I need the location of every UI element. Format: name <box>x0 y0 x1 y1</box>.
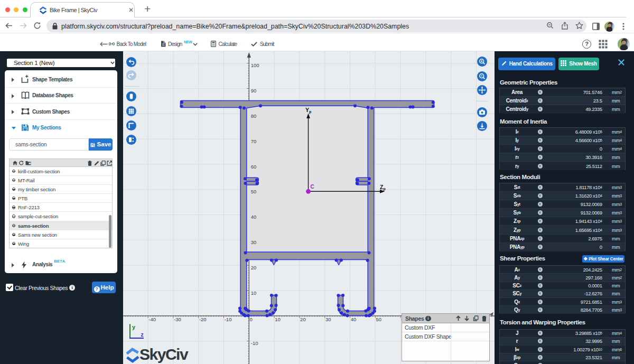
svg-text:z: z <box>141 332 144 338</box>
svg-text:90: 90 <box>251 88 257 94</box>
svg-text:Zp: Zp <box>380 184 386 191</box>
svg-text:-10: -10 <box>251 340 258 346</box>
svg-text:50: 50 <box>251 189 257 194</box>
svg-text:70: 70 <box>251 138 257 144</box>
svg-text:-20: -20 <box>199 316 207 322</box>
svg-text:60: 60 <box>251 164 257 170</box>
svg-text:SkyCiv: SkyCiv <box>139 346 189 363</box>
svg-text:-10: -10 <box>225 316 232 322</box>
svg-text:0: 0 <box>250 316 253 322</box>
svg-text:50: 50 <box>376 316 382 322</box>
svg-text:C: C <box>311 184 314 190</box>
svg-text:20: 20 <box>300 316 306 322</box>
svg-text:40: 40 <box>251 214 257 220</box>
svg-text:30: 30 <box>251 239 257 245</box>
svg-text:10: 10 <box>275 316 281 322</box>
svg-text:-30: -30 <box>174 316 181 322</box>
svg-text:100: 100 <box>251 62 259 68</box>
svg-text:80: 80 <box>251 113 257 119</box>
svg-text:40: 40 <box>351 316 357 322</box>
svg-text:y: y <box>132 324 136 330</box>
svg-text:20: 20 <box>251 265 257 270</box>
svg-text:10: 10 <box>251 290 257 296</box>
svg-text:30: 30 <box>325 316 331 322</box>
svg-text:-40: -40 <box>148 316 156 322</box>
